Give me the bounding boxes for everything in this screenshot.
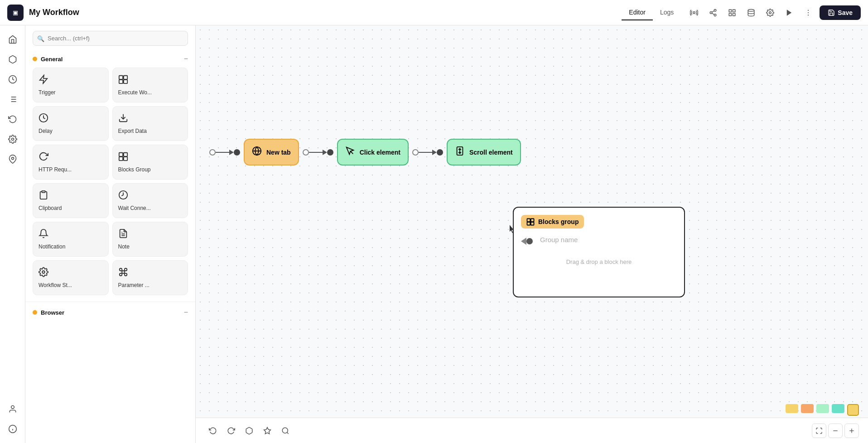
workflow-state-label: Workflow St... bbox=[39, 282, 72, 288]
zoom-in-button[interactable] bbox=[844, 424, 859, 438]
sidebar-item-history[interactable] bbox=[4, 111, 21, 128]
panel-item-blocks-group[interactable]: Blocks Group bbox=[112, 145, 188, 180]
panel-item-note[interactable]: Note bbox=[112, 222, 188, 257]
connector-clickelement-in bbox=[303, 149, 333, 156]
delay-label: Delay bbox=[39, 128, 53, 134]
zoom-fit-button[interactable] bbox=[812, 424, 826, 438]
add-block-button[interactable] bbox=[241, 423, 257, 439]
section-browser: Browser − bbox=[25, 305, 195, 325]
panel-item-clipboard[interactable]: Clipboard bbox=[33, 183, 109, 218]
clipboard-label: Clipboard bbox=[39, 205, 62, 211]
undo-button[interactable] bbox=[205, 423, 221, 439]
svg-marker-12 bbox=[787, 10, 792, 16]
svg-point-10 bbox=[748, 9, 755, 11]
panel-item-execute-workflow[interactable]: Execute Wo... bbox=[112, 68, 188, 102]
section-browser-header: Browser − bbox=[33, 308, 188, 316]
settings-button[interactable] bbox=[762, 5, 778, 20]
svg-rect-38 bbox=[119, 157, 122, 161]
section-general-collapse[interactable]: − bbox=[184, 55, 188, 63]
canvas[interactable]: New tab Click element bbox=[196, 25, 868, 443]
swatch-orange[interactable] bbox=[801, 404, 814, 413]
browser-dot bbox=[33, 310, 37, 315]
panel-item-wait-connection[interactable]: Wait Conne... bbox=[112, 183, 188, 218]
save-button[interactable]: Save bbox=[820, 5, 861, 20]
sidebar-item-blocks[interactable] bbox=[4, 51, 21, 68]
panel-item-notification[interactable]: Notification bbox=[33, 222, 109, 257]
click-element-icon bbox=[345, 146, 355, 158]
color-swatches bbox=[786, 404, 859, 416]
section-general: General − Trigger bbox=[25, 51, 195, 299]
svg-point-44 bbox=[42, 271, 45, 273]
workflow-row-main: New tab Click element bbox=[209, 139, 521, 166]
node-new-tab[interactable]: New tab bbox=[244, 139, 299, 166]
redo-button[interactable] bbox=[223, 423, 239, 439]
new-tab-icon bbox=[252, 146, 262, 158]
conn-line-3 bbox=[419, 152, 432, 153]
grid-button[interactable] bbox=[724, 5, 740, 20]
new-tab-label: New tab bbox=[266, 149, 291, 156]
panel-item-workflow-state[interactable]: Workflow St... bbox=[33, 260, 109, 295]
tab-logs[interactable]: Logs bbox=[653, 5, 681, 20]
panel-item-http-request[interactable]: HTTP Requ... bbox=[33, 145, 109, 180]
blocks-group-panel[interactable]: Blocks group Group name Drag & drop a bl… bbox=[513, 207, 685, 297]
panel-item-trigger[interactable]: Trigger bbox=[33, 68, 109, 102]
icon-sidebar bbox=[0, 25, 25, 443]
panel-item-delay[interactable]: Delay bbox=[33, 106, 109, 141]
node-click-element[interactable]: Click element bbox=[337, 139, 409, 166]
workflow-title: My Workflow bbox=[29, 8, 616, 17]
clipboard-icon bbox=[39, 190, 48, 202]
panel-item-parameter[interactable]: Parameter ... bbox=[112, 260, 188, 295]
sidebar-item-info[interactable] bbox=[4, 420, 21, 438]
conn-filled-2 bbox=[327, 149, 333, 156]
export-data-label: Export Data bbox=[118, 128, 147, 134]
svg-point-11 bbox=[769, 11, 772, 14]
broadcast-button[interactable] bbox=[686, 5, 702, 20]
swatch-teal[interactable] bbox=[832, 404, 844, 413]
blocks-group-label: Blocks Group bbox=[118, 166, 151, 173]
sidebar-item-settings[interactable] bbox=[4, 131, 21, 148]
svg-point-54 bbox=[282, 428, 288, 433]
sidebar-item-clock[interactable] bbox=[4, 71, 21, 88]
zoom-out-button[interactable] bbox=[828, 424, 843, 438]
swatch-green[interactable] bbox=[816, 404, 829, 413]
swatch-active[interactable] bbox=[847, 404, 859, 416]
panel-item-export-data[interactable]: Export Data bbox=[112, 106, 188, 141]
svg-rect-37 bbox=[123, 153, 127, 156]
conn-arrow-3 bbox=[432, 150, 437, 155]
scroll-element-label: Scroll element bbox=[469, 149, 513, 156]
svg-point-13 bbox=[808, 10, 809, 10]
svg-rect-33 bbox=[123, 80, 127, 83]
connector-newtab-in bbox=[209, 149, 240, 156]
wait-connection-icon bbox=[118, 190, 128, 202]
parameter-icon bbox=[118, 267, 128, 279]
sidebar-item-home[interactable] bbox=[4, 31, 21, 48]
tab-editor[interactable]: Editor bbox=[622, 5, 653, 20]
note-label: Note bbox=[118, 243, 130, 250]
blocks-group-panel-header: Blocks group bbox=[521, 215, 677, 229]
svg-rect-30 bbox=[119, 76, 122, 79]
sidebar-item-location[interactable] bbox=[4, 151, 21, 168]
search-input[interactable] bbox=[33, 31, 188, 46]
sidebar-item-user[interactable] bbox=[4, 400, 21, 418]
database-button[interactable] bbox=[743, 5, 759, 20]
magic-button[interactable] bbox=[259, 423, 275, 439]
svg-point-24 bbox=[11, 157, 14, 160]
svg-marker-53 bbox=[264, 427, 271, 433]
panel-sidebar: 🔍 General − bbox=[25, 25, 196, 443]
canvas-search-button[interactable] bbox=[277, 423, 294, 439]
panel-scroll: General − Trigger bbox=[25, 51, 195, 443]
play-button[interactable] bbox=[781, 5, 797, 20]
notification-label: Notification bbox=[39, 243, 65, 250]
swatch-yellow[interactable] bbox=[786, 404, 798, 413]
conn-arrow-2 bbox=[323, 150, 327, 155]
node-scroll-element[interactable]: Scroll element bbox=[447, 139, 521, 166]
share-button[interactable] bbox=[705, 5, 721, 20]
section-general-title: General bbox=[41, 56, 63, 63]
sidebar-item-list[interactable] bbox=[4, 91, 21, 108]
conn-triangle bbox=[521, 238, 526, 245]
conn-filled-3 bbox=[437, 149, 443, 156]
more-button[interactable] bbox=[800, 5, 816, 20]
svg-point-14 bbox=[808, 12, 809, 13]
section-browser-collapse[interactable]: − bbox=[184, 308, 188, 316]
svg-point-2 bbox=[710, 11, 713, 14]
